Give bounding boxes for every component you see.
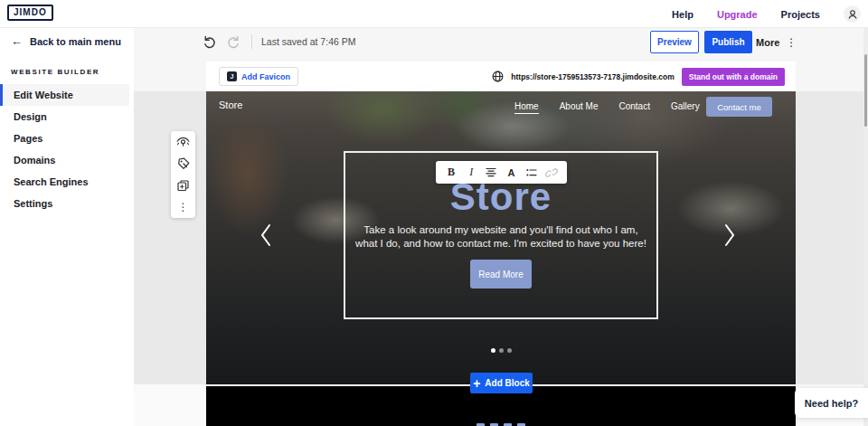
chevron-right-icon (722, 222, 737, 248)
kebab-menu-icon: ⋮ (786, 37, 797, 48)
eye-icon (176, 137, 190, 147)
jimdo-logo: JIMDO (7, 5, 53, 21)
read-more-button[interactable]: Read More (470, 260, 532, 289)
sidebar: ← Back to main menu WEBSITE BUILDER Edit… (0, 28, 134, 426)
carousel-dot-2[interactable] (499, 348, 504, 353)
back-label: Back to main menu (30, 36, 121, 47)
hero-body-text[interactable]: Take a look around my website and you'll… (355, 223, 646, 251)
projects-link[interactable]: Projects (781, 9, 820, 20)
site-nav-contact[interactable]: Contact (619, 101, 650, 114)
top-bar: JIMDO Help Upgrade Projects (0, 0, 868, 28)
site-url-group: https://store-1759513573-7178.jimdosite.… (492, 68, 785, 86)
footer-content-peek (206, 422, 796, 426)
sidebar-item-edit-website[interactable]: Edit Website (0, 84, 129, 106)
top-nav: Help Upgrade Projects (672, 0, 861, 28)
editor-canvas: Last saved at 7:46 PM Preview Publish Mo… (134, 28, 868, 426)
duplicate-block-button[interactable] (171, 175, 195, 196)
undo-icon (203, 34, 217, 49)
sidebar-item-design[interactable]: Design (0, 106, 129, 128)
site-hero-section: Store Home About Me Contact Gallery Cont… (206, 91, 796, 384)
site-logo[interactable]: Store (219, 99, 242, 110)
sidebar-heading: WEBSITE BUILDER (11, 68, 134, 76)
site-nav-gallery[interactable]: Gallery (671, 101, 700, 114)
stand-out-domain-button[interactable]: Stand out with a domain (682, 68, 785, 86)
jimdo-builder-app: JIMDO Help Upgrade Projects ← Back to ma… (0, 0, 868, 426)
sidebar-item-pages[interactable]: Pages (0, 128, 129, 149)
scrollbar-thumb[interactable] (864, 54, 867, 127)
website-preview: J Add Favicon https://store-1759513573-7… (206, 62, 796, 426)
more-label: More (756, 37, 779, 48)
add-favicon-button[interactable]: J Add Favicon (219, 67, 298, 86)
style-tag-icon (177, 157, 190, 170)
more-button[interactable]: More ⋮ (756, 31, 797, 53)
back-to-main-menu-button[interactable]: ← Back to main menu (0, 28, 134, 54)
toolbar-divider (251, 34, 252, 49)
block-tools-panel: ⋮ (171, 131, 195, 218)
carousel-next-button[interactable] (722, 222, 737, 248)
hero-title[interactable]: Store (344, 175, 658, 219)
preview-button[interactable]: Preview (650, 31, 699, 53)
site-nav-about-me[interactable]: About Me (560, 101, 599, 114)
undo-button[interactable] (203, 33, 221, 51)
back-arrow-icon: ← (11, 35, 23, 47)
site-address-bar: J Add Favicon https://store-1759513573-7… (206, 62, 796, 91)
add-block-label: Add Block (485, 378, 529, 388)
duplicate-icon (177, 180, 189, 192)
site-nav: Home About Me Contact Gallery (514, 101, 700, 114)
add-favicon-label: Add Favicon (241, 72, 290, 81)
block-menu-button[interactable]: ⋮ (171, 196, 195, 218)
sidebar-item-search-engines[interactable]: Search Engines (0, 171, 129, 193)
last-saved-status: Last saved at 7:46 PM (261, 36, 355, 47)
plus-icon: + (473, 377, 480, 390)
account-avatar[interactable] (844, 5, 861, 23)
upgrade-link[interactable]: Upgrade (717, 9, 758, 20)
add-block-button[interactable]: + Add Block (470, 373, 533, 393)
redo-button[interactable] (226, 33, 244, 51)
contact-me-button[interactable]: Contact me (706, 97, 772, 117)
chevron-left-icon (259, 222, 273, 248)
publish-button[interactable]: Publish (704, 31, 752, 53)
sidebar-item-settings[interactable]: Settings (0, 193, 129, 214)
site-url[interactable]: https://store-1759513573-7178.jimdosite.… (511, 72, 674, 81)
redo-icon (226, 34, 241, 49)
carousel-prev-button[interactable] (259, 222, 273, 248)
carousel-dot-1[interactable] (491, 348, 495, 353)
hide-block-button[interactable] (171, 131, 195, 153)
help-link[interactable]: Help (672, 9, 693, 20)
carousel-dot-3[interactable] (507, 348, 512, 353)
page-scrollbar (863, 28, 868, 426)
user-icon (847, 9, 858, 20)
favicon-placeholder-icon: J (227, 71, 237, 81)
sidebar-item-domains[interactable]: Domains (0, 149, 129, 171)
site-nav-home[interactable]: Home (514, 101, 539, 114)
style-block-button[interactable] (171, 153, 195, 175)
carousel-dots (206, 348, 796, 353)
block-kebab-icon: ⋮ (178, 202, 189, 213)
need-help-button[interactable]: Need help? (795, 388, 868, 418)
globe-icon (492, 71, 504, 82)
